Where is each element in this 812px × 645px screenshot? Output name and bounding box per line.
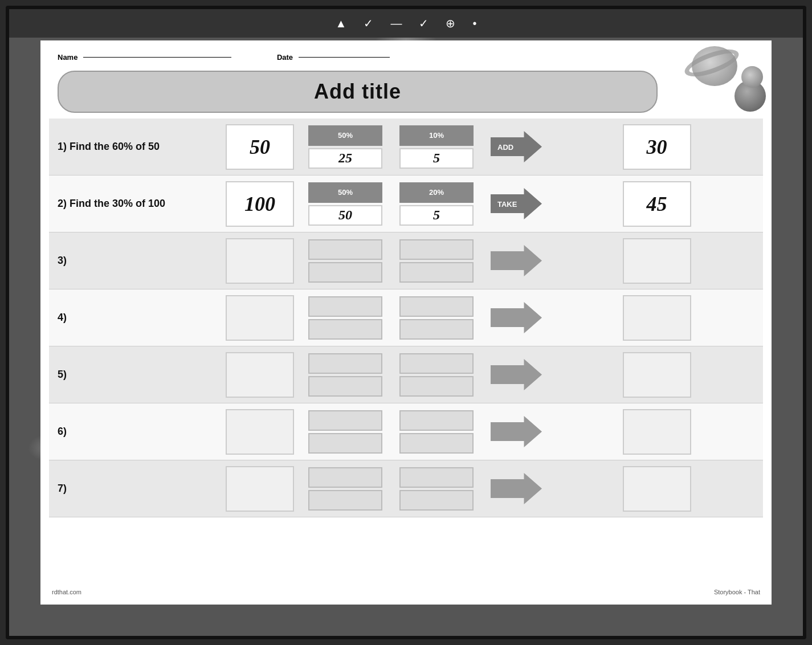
nav-icon-3: — (390, 17, 402, 30)
percent-label-2[interactable] (399, 296, 474, 317)
number-box[interactable] (226, 238, 294, 284)
nav-icon-1: ▲ (336, 17, 347, 30)
split-col-1: 50%50 (300, 175, 391, 232)
result-box[interactable] (623, 295, 691, 341)
number-box[interactable] (226, 295, 294, 341)
number-column (220, 460, 300, 517)
number-column (220, 403, 300, 460)
percent-label-1[interactable] (308, 467, 382, 488)
percent-value-1[interactable] (308, 319, 382, 340)
percent-value-2[interactable] (399, 319, 474, 340)
percent-value-2[interactable] (399, 262, 474, 283)
result-box[interactable]: 30 (623, 124, 691, 170)
split-col-2 (391, 232, 482, 289)
percent-value-2[interactable]: 5 (399, 205, 474, 226)
footer-bar: rdthat.com Storybook - That (40, 579, 772, 605)
question-column: 7) (49, 460, 220, 517)
number-box[interactable] (226, 352, 294, 398)
percent-value-2[interactable] (399, 376, 474, 397)
percent-label-2[interactable]: 10% (399, 125, 474, 146)
result-column (550, 460, 763, 517)
table-row: 4) (49, 289, 763, 346)
arrow-box (491, 473, 542, 504)
percent-label-2[interactable] (399, 410, 474, 431)
question-column: 6) (49, 403, 220, 460)
split-col-1 (300, 232, 391, 289)
percent-label-1[interactable] (308, 239, 382, 260)
percent-label-1[interactable] (308, 353, 382, 374)
split-col-1 (300, 289, 391, 346)
result-column (550, 289, 763, 346)
split-col-2 (391, 460, 482, 517)
percent-value-1[interactable]: 50 (308, 205, 382, 226)
number-box[interactable] (226, 466, 294, 512)
result-box[interactable] (623, 352, 691, 398)
table-row: 7) (49, 460, 763, 517)
date-field: Date (277, 52, 390, 62)
result-column (550, 346, 763, 403)
table-row: 6) (49, 403, 763, 460)
nav-icon-6: • (472, 17, 476, 30)
percent-label-2[interactable] (399, 239, 474, 260)
percent-label-2[interactable] (399, 467, 474, 488)
split-col-2: 10%5 (391, 119, 482, 175)
split-col-1 (300, 460, 391, 517)
percent-value-2[interactable]: 5 (399, 148, 474, 169)
number-box[interactable]: 100 (226, 181, 294, 227)
percent-label-1[interactable]: 50% (308, 125, 382, 146)
footer-brand: Storybook - That (714, 589, 760, 595)
nav-icon-2: ✓ (364, 17, 373, 30)
nav-icon-5: ⊕ (446, 17, 455, 30)
number-column (220, 232, 300, 289)
arrow-box: TAKE (491, 188, 542, 219)
arrow-column (482, 346, 550, 403)
percent-value-1[interactable] (308, 490, 382, 511)
arrow-label: ADD (497, 142, 513, 151)
small-planet (741, 66, 763, 88)
title-banner[interactable]: Add title (58, 71, 658, 113)
number-box[interactable]: 50 (226, 124, 294, 170)
nav-icons-group: ▲ ✓ — ✓ ⊕ • (336, 17, 477, 30)
split-col-2 (391, 346, 482, 403)
percent-value-1[interactable]: 25 (308, 148, 382, 169)
result-box[interactable]: 45 (623, 181, 691, 227)
number-column: 50 (220, 119, 300, 175)
name-field: Name (58, 52, 231, 62)
result-box[interactable] (623, 466, 691, 512)
question-column: 4) (49, 289, 220, 346)
arrow-label: TAKE (497, 199, 517, 208)
percent-value-1[interactable] (308, 433, 382, 454)
table-area: 1) Find the 60% of 505050%2510%5ADD302) … (40, 119, 772, 517)
percent-label-2[interactable]: 20% (399, 182, 474, 203)
percent-value-2[interactable] (399, 433, 474, 454)
arrow-box (491, 302, 542, 333)
percent-label-1[interactable] (308, 296, 382, 317)
percent-label-1[interactable] (308, 410, 382, 431)
arrow-column (482, 289, 550, 346)
planet-decoration (669, 35, 766, 115)
table-row: 1) Find the 60% of 505050%2510%5ADD30 (49, 119, 763, 175)
result-box[interactable] (623, 409, 691, 455)
percent-label-1[interactable]: 50% (308, 182, 382, 203)
percent-value-1[interactable] (308, 376, 382, 397)
split-col-1 (300, 346, 391, 403)
split-col-2 (391, 289, 482, 346)
percent-value-2[interactable] (399, 490, 474, 511)
table-row: 3) (49, 232, 763, 289)
arrow-column (482, 460, 550, 517)
name-label: Name (58, 53, 77, 62)
result-box[interactable] (623, 238, 691, 284)
percent-value-1[interactable] (308, 262, 382, 283)
date-line (299, 57, 390, 58)
number-box[interactable] (226, 409, 294, 455)
header: Name Date (40, 40, 772, 68)
arrow-column (482, 232, 550, 289)
split-col-1 (300, 403, 391, 460)
top-navigation: ▲ ✓ — ✓ ⊕ • (9, 9, 803, 38)
percent-label-2[interactable] (399, 353, 474, 374)
number-column (220, 346, 300, 403)
number-column (220, 289, 300, 346)
result-column: 45 (550, 175, 763, 232)
question-column: 2) Find the 30% of 100 (49, 175, 220, 232)
footer-logo: rdthat.com (52, 589, 81, 595)
